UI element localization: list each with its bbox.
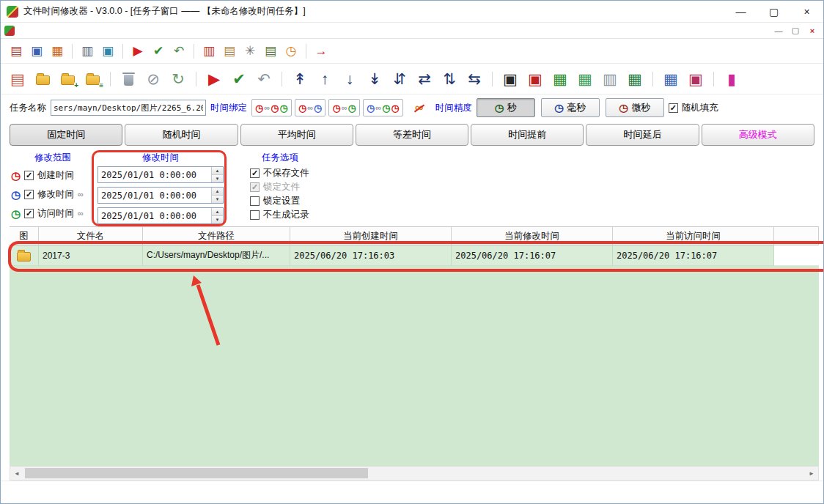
exit-icon[interactable]: → bbox=[313, 43, 329, 59]
range-checkbox-2[interactable] bbox=[24, 190, 34, 199]
add-folder-icon[interactable]: + bbox=[58, 70, 77, 89]
scroll-thumb[interactable] bbox=[25, 468, 368, 478]
link-icon[interactable]: ∞ bbox=[78, 210, 84, 218]
delete-icon[interactable] bbox=[119, 70, 138, 89]
child-restore-button[interactable]: ▢ bbox=[788, 25, 803, 37]
reverse-order-icon[interactable]: ⇵ bbox=[390, 70, 409, 89]
option-checkbox-3[interactable] bbox=[250, 196, 260, 206]
tab-time-later[interactable]: 时间延后 bbox=[586, 124, 699, 146]
copy-rows-icon[interactable]: ▥ bbox=[600, 70, 619, 89]
settings-gear-icon[interactable]: ✳ bbox=[242, 43, 258, 59]
random-fill-checkbox[interactable] bbox=[669, 103, 678, 113]
shuffle-icon[interactable]: ⇄ bbox=[415, 70, 434, 89]
column-header[interactable]: 图 bbox=[10, 227, 39, 245]
minimize-button[interactable]: — bbox=[724, 1, 757, 22]
unbind-icon[interactable]: ∞ bbox=[412, 102, 427, 114]
scroll-left-icon[interactable]: ◄ bbox=[10, 467, 23, 480]
apply-changes-icon[interactable]: ✔ bbox=[229, 70, 249, 89]
spinner-buttons[interactable]: ▲▼ bbox=[211, 208, 223, 223]
maximize-button[interactable]: ▢ bbox=[757, 1, 790, 22]
schedule-clock-icon[interactable]: ◷ bbox=[283, 43, 299, 59]
bind-create-all-icon[interactable]: ◷∞◷◷ bbox=[251, 99, 292, 116]
tab-random-time[interactable]: 随机时间 bbox=[125, 124, 238, 146]
import-folder-icon[interactable]: ≡ bbox=[83, 70, 102, 89]
tab-average-time[interactable]: 平均时间 bbox=[240, 124, 353, 146]
column-header[interactable]: 当前访问时间 bbox=[613, 227, 774, 245]
save-time-icon[interactable]: ▣ bbox=[686, 70, 705, 89]
export-table-green-icon[interactable]: ▦ bbox=[575, 70, 595, 89]
spin-down-icon[interactable]: ▼ bbox=[212, 196, 223, 203]
modify-time-input-1[interactable]: 2025/01/01 0:00:00▲▼ bbox=[98, 166, 224, 183]
datetime-value[interactable]: 2025/01/01 0:00:00 bbox=[98, 167, 211, 182]
tab-arithmetic-time[interactable]: 等差时间 bbox=[356, 124, 468, 146]
spin-up-icon[interactable]: ▲ bbox=[212, 167, 223, 175]
move-up-icon[interactable]: ↑ bbox=[315, 70, 334, 89]
tab-time-earlier[interactable]: 时间提前 bbox=[471, 124, 584, 146]
refresh-icon[interactable]: ↻ bbox=[169, 70, 188, 89]
bind-create-modify-icon[interactable]: ◷∞◷ bbox=[295, 99, 326, 116]
column-header[interactable]: 当前创建时间 bbox=[290, 227, 452, 245]
spinner-buttons[interactable]: ▲▼ bbox=[211, 167, 223, 182]
range-checkbox-1[interactable] bbox=[24, 171, 34, 180]
precision-millisecond-button[interactable]: ◷毫秒 bbox=[541, 98, 600, 117]
bind-modify-access-icon[interactable]: ◷∞◷◷ bbox=[363, 99, 403, 116]
title-bar: 文件时间修改器 - V3.0.0 - [任务子窗口 —— 【未命名修改时间任务】… bbox=[1, 1, 823, 23]
range-checkbox-3[interactable] bbox=[24, 209, 34, 218]
column-header[interactable]: 当前修改时间 bbox=[452, 227, 613, 245]
undo-icon[interactable]: ↶ bbox=[171, 43, 187, 59]
column-grid-icon[interactable]: ▦ bbox=[661, 70, 680, 89]
save-list-as-icon[interactable]: ▣ bbox=[526, 70, 545, 89]
child-close-button[interactable]: × bbox=[805, 25, 820, 37]
open-folder-icon[interactable] bbox=[33, 70, 52, 89]
spin-down-icon[interactable]: ▼ bbox=[212, 216, 223, 223]
clear-list-icon[interactable]: ⊘ bbox=[144, 70, 163, 89]
spin-down-icon[interactable]: ▼ bbox=[212, 175, 223, 182]
modify-time-input-2[interactable]: 2025/01/01 0:00:00▲▼ bbox=[98, 187, 224, 204]
add-task-icon[interactable]: ▤ bbox=[8, 70, 27, 89]
excel-export-icon[interactable]: ▦ bbox=[625, 70, 644, 89]
log-book-icon[interactable]: ▤ bbox=[262, 43, 279, 59]
scroll-track[interactable] bbox=[23, 467, 805, 480]
move-down-icon[interactable]: ↓ bbox=[340, 70, 359, 89]
save-file-icon[interactable]: ▣ bbox=[29, 43, 45, 59]
option-checkbox-1[interactable] bbox=[250, 168, 260, 178]
datetime-value[interactable]: 2025/01/01 0:00:00 bbox=[98, 208, 211, 223]
run-task-icon[interactable]: ▶ bbox=[130, 43, 146, 59]
modify-time-input-3[interactable]: 2025/01/01 0:00:00▲▼ bbox=[98, 207, 224, 224]
datetime-value[interactable]: 2025/01/01 0:00:00 bbox=[98, 188, 211, 203]
help-book-icon[interactable]: ▮ bbox=[722, 70, 741, 89]
bind-create-access-icon[interactable]: ◷∞◷ bbox=[328, 99, 360, 116]
sort-icon[interactable]: ⇅ bbox=[440, 70, 459, 89]
apply-icon[interactable]: ✔ bbox=[150, 43, 166, 59]
spin-up-icon[interactable]: ▲ bbox=[212, 188, 223, 196]
precision-second-button[interactable]: ◷秒 bbox=[477, 98, 535, 117]
new-file-icon[interactable]: ▤ bbox=[8, 43, 24, 59]
tab-fixed-time[interactable]: 固定时间 bbox=[10, 124, 122, 146]
print-icon[interactable]: ▥ bbox=[79, 43, 95, 59]
table-row[interactable]: 2017-3C:/Users/mayn/Desktop/图片/...2025/0… bbox=[10, 245, 819, 266]
task-name-input[interactable] bbox=[51, 100, 206, 116]
move-bottom-icon[interactable]: ↡ bbox=[365, 70, 384, 89]
module-grid-icon[interactable]: ▦ bbox=[49, 43, 65, 59]
tab-advanced-mode[interactable]: 高级模式 bbox=[702, 124, 814, 146]
export-table-icon[interactable]: ▦ bbox=[551, 70, 570, 89]
precision-microsecond-button[interactable]: ◷微秒 bbox=[606, 98, 664, 117]
save-list-icon[interactable]: ▣ bbox=[501, 70, 520, 89]
scroll-right-icon[interactable]: ► bbox=[805, 467, 818, 480]
child-minimize-button[interactable]: — bbox=[771, 25, 786, 37]
option-checkbox-4[interactable] bbox=[250, 210, 260, 220]
horizontal-scrollbar[interactable]: ◄ ► bbox=[10, 466, 819, 481]
undo-icon[interactable]: ↶ bbox=[254, 70, 273, 89]
save-as-icon[interactable]: ▣ bbox=[100, 43, 116, 59]
column-header[interactable]: 文件名 bbox=[39, 227, 143, 245]
move-top-icon[interactable]: ↟ bbox=[290, 70, 309, 89]
column-header[interactable]: 文件路径 bbox=[143, 227, 290, 245]
spin-up-icon[interactable]: ▲ bbox=[212, 208, 223, 216]
link-icon[interactable]: ∞ bbox=[78, 190, 84, 199]
close-button[interactable]: × bbox=[790, 1, 823, 22]
copy-window-icon[interactable]: ▥ bbox=[201, 43, 217, 59]
paste-list-icon[interactable]: ▤ bbox=[221, 43, 238, 59]
spinner-buttons[interactable]: ▲▼ bbox=[211, 188, 223, 203]
run-task-icon[interactable]: ▶ bbox=[205, 70, 224, 89]
random-order-icon[interactable]: ⇆ bbox=[465, 70, 484, 89]
